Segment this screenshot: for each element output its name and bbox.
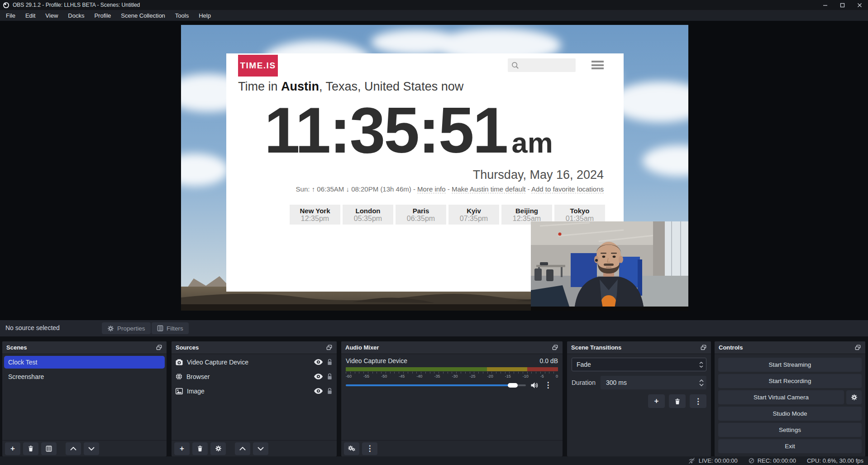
- lock-icon[interactable]: [327, 388, 333, 394]
- source-properties-button[interactable]: [210, 442, 226, 455]
- time-digits: 11:35:51: [264, 98, 507, 163]
- visibility-eye-icon[interactable]: [314, 359, 323, 365]
- preview-area: TIME.IS Time in Austin, Texas, United St…: [0, 21, 868, 320]
- menu-help[interactable]: Help: [194, 11, 216, 20]
- filters-button[interactable]: Filters: [152, 322, 189, 334]
- speaker-icon[interactable]: [530, 382, 539, 389]
- chevron-down-icon: [88, 447, 95, 451]
- source-row-image[interactable]: Image: [172, 384, 337, 398]
- city-name: Austin: [281, 80, 319, 93]
- source-row-browser[interactable]: Browser: [172, 370, 337, 383]
- controls-dock-title: Controls: [719, 344, 743, 351]
- sun-times: Sun: ↑ 06:35AM ↓ 08:20PM (13h 46m): [296, 185, 411, 193]
- duration-spinbox[interactable]: 300 ms: [601, 376, 706, 389]
- lock-icon[interactable]: [327, 359, 333, 365]
- popout-icon[interactable]: [854, 344, 861, 351]
- advanced-audio-properties-button[interactable]: [344, 442, 359, 455]
- meter-tick-marks: [346, 372, 558, 374]
- record-inactive-icon: [749, 458, 754, 464]
- move-source-down-button[interactable]: [253, 442, 268, 455]
- menu-edit[interactable]: Edit: [20, 11, 40, 20]
- scene-item-clock-test[interactable]: Clock Test: [4, 356, 165, 369]
- trash-icon: [674, 398, 681, 405]
- remove-scene-button[interactable]: [23, 442, 38, 455]
- source-row-video-capture[interactable]: Video Capture Device: [172, 355, 337, 369]
- timeis-logo[interactable]: TIME.IS: [238, 55, 278, 77]
- menu-tools[interactable]: Tools: [170, 11, 194, 20]
- start-virtual-camera-button[interactable]: Start Virtual Camera: [718, 390, 844, 404]
- mixer-channel-name: Video Capture Device: [346, 357, 407, 364]
- camera-icon: [176, 359, 183, 365]
- scene-item-screenshare[interactable]: Screenshare: [4, 370, 165, 383]
- popout-icon[interactable]: [552, 344, 558, 351]
- stream-inactive-icon: [688, 457, 696, 464]
- program-preview[interactable]: TIME.IS Time in Austin, Texas, United St…: [181, 25, 688, 311]
- rec-time: REC: 00:00:00: [758, 457, 796, 464]
- mixer-channel-menu-button[interactable]: ⋮: [543, 381, 553, 389]
- scene-filters-button[interactable]: [41, 442, 57, 455]
- status-bar: LIVE: 00:00:00 REC: 00:00:00 CPU: 0.6%, …: [0, 456, 868, 465]
- duration-label: Duration: [572, 379, 601, 386]
- chevron-up-icon: [699, 362, 703, 364]
- menu-view[interactable]: View: [40, 11, 63, 20]
- transition-select[interactable]: Fade: [572, 358, 706, 371]
- hamburger-menu-icon[interactable]: [591, 61, 604, 69]
- close-button[interactable]: [851, 0, 868, 10]
- globe-icon: [176, 373, 182, 380]
- city-paris[interactable]: Paris06:35pm: [396, 205, 446, 225]
- studio-mode-button[interactable]: Studio Mode: [718, 407, 862, 421]
- webcam-video-capture: [531, 221, 688, 311]
- audio-mixer-dock: Audio Mixer Video Capture Device 0.0 dB …: [341, 341, 563, 456]
- properties-button[interactable]: Properties: [102, 322, 151, 334]
- move-scene-down-button[interactable]: [84, 442, 99, 455]
- popout-icon[interactable]: [156, 344, 162, 351]
- menu-scene-collection[interactable]: Scene Collection: [116, 11, 170, 20]
- virtual-camera-settings-button[interactable]: [846, 390, 862, 404]
- menu-file[interactable]: File: [1, 11, 20, 20]
- volume-slider-handle[interactable]: [508, 383, 518, 388]
- add-favorite-link[interactable]: Add to favorite locations: [531, 185, 604, 193]
- scene-transitions-dock: Scene Transitions Fade Duration 300 ms +: [567, 341, 711, 456]
- menu-profile[interactable]: Profile: [89, 11, 116, 20]
- visibility-eye-icon[interactable]: [314, 388, 323, 394]
- popout-icon[interactable]: [326, 344, 333, 351]
- chevron-up-icon: [239, 447, 246, 451]
- city-london[interactable]: London05:35pm: [343, 205, 393, 225]
- menu-docks[interactable]: Docks: [63, 11, 89, 20]
- minimize-button[interactable]: [816, 0, 834, 10]
- live-time: LIVE: 00:00:00: [699, 457, 738, 464]
- move-scene-up-button[interactable]: [66, 442, 81, 455]
- start-recording-button[interactable]: Start Recording: [718, 374, 862, 388]
- gear-icon: [107, 325, 114, 332]
- more-info-link[interactable]: More info: [417, 185, 446, 193]
- remove-source-button[interactable]: [192, 442, 208, 455]
- add-source-button[interactable]: +: [174, 442, 190, 455]
- exit-button[interactable]: Exit: [718, 439, 862, 453]
- audio-mixer-dock-title: Audio Mixer: [345, 344, 379, 351]
- city-kyiv[interactable]: Kyiv07:35pm: [448, 205, 499, 225]
- transition-menu-button[interactable]: ⋮: [690, 394, 706, 408]
- maximize-button[interactable]: [834, 0, 851, 10]
- obs-logo-icon: [3, 2, 10, 9]
- window-controls: [816, 0, 868, 10]
- visibility-eye-icon[interactable]: [314, 374, 323, 379]
- mixer-menu-button[interactable]: ⋮: [362, 442, 377, 455]
- menu-bar: File Edit View Docks Profile Scene Colle…: [0, 10, 868, 21]
- popout-icon[interactable]: [700, 344, 707, 351]
- move-source-up-button[interactable]: [235, 442, 250, 455]
- remove-transition-button[interactable]: [669, 394, 686, 408]
- audio-level-meter: [346, 367, 558, 371]
- search-input[interactable]: [508, 58, 576, 72]
- start-streaming-button[interactable]: Start Streaming: [718, 358, 862, 372]
- add-scene-button[interactable]: +: [5, 442, 20, 455]
- sources-dock-title: Sources: [176, 344, 199, 351]
- cpu-fps-stats: CPU: 0.6%, 30.00 fps: [807, 457, 863, 464]
- add-transition-button[interactable]: +: [648, 394, 665, 408]
- make-default-link[interactable]: Make Austin time default: [452, 185, 525, 193]
- mixer-level-db: 0.0 dB: [540, 357, 558, 364]
- volume-slider[interactable]: [346, 383, 526, 388]
- trash-icon: [28, 445, 34, 452]
- settings-button[interactable]: Settings: [718, 423, 862, 437]
- lock-icon[interactable]: [327, 373, 333, 380]
- city-newyork[interactable]: New York12:35pm: [290, 205, 340, 225]
